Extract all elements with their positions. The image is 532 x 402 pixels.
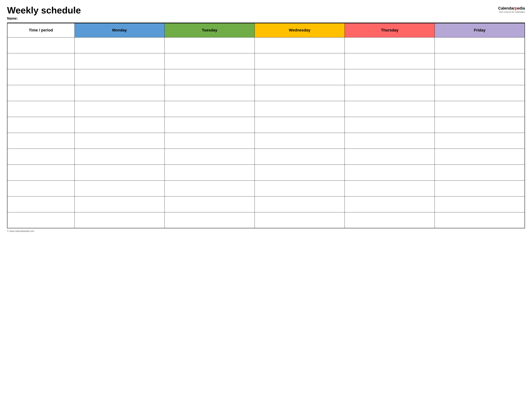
table-row (7, 37, 525, 53)
col-header-wednesday: Wednesday (254, 23, 345, 37)
table-cell[interactable] (254, 69, 345, 85)
table-cell[interactable] (254, 37, 345, 53)
table-row (7, 196, 525, 212)
table-cell[interactable] (7, 212, 75, 228)
table-cell[interactable] (345, 37, 435, 53)
logo-tagline: Your source for calendars (499, 11, 525, 13)
col-header-monday: Monday (75, 23, 165, 37)
table-cell[interactable] (435, 212, 525, 228)
table-cell[interactable] (254, 149, 345, 164)
table-cell[interactable] (7, 196, 75, 212)
table-cell[interactable] (254, 180, 345, 196)
table-cell[interactable] (7, 101, 75, 117)
table-cell[interactable] (254, 212, 345, 228)
table-row (7, 101, 525, 117)
table-cell[interactable] (435, 69, 525, 85)
table-cell[interactable] (165, 37, 254, 53)
table-row (7, 212, 525, 228)
table-cell[interactable] (345, 164, 435, 180)
table-cell[interactable] (435, 180, 525, 196)
table-cell[interactable] (75, 69, 165, 85)
table-cell[interactable] (345, 117, 435, 133)
table-cell[interactable] (7, 149, 75, 164)
table-cell[interactable] (254, 133, 345, 149)
table-cell[interactable] (75, 85, 165, 101)
table-cell[interactable] (75, 212, 165, 228)
table-cell[interactable] (165, 164, 254, 180)
page-title: Weekly schedule (7, 5, 81, 15)
table-cell[interactable] (345, 149, 435, 164)
logo-edia-part: edia (517, 6, 525, 10)
table-cell[interactable] (7, 117, 75, 133)
schedule-table: Time / period Monday Tuesday Wednesday T… (7, 23, 525, 228)
table-cell[interactable] (435, 196, 525, 212)
table-cell[interactable] (7, 133, 75, 149)
table-cell[interactable] (254, 101, 345, 117)
table-cell[interactable] (435, 101, 525, 117)
table-cell[interactable] (7, 53, 75, 69)
table-cell[interactable] (75, 196, 165, 212)
table-cell[interactable] (75, 164, 165, 180)
table-row (7, 69, 525, 85)
table-cell[interactable] (435, 133, 525, 149)
table-cell[interactable] (435, 117, 525, 133)
table-cell[interactable] (75, 37, 165, 53)
table-cell[interactable] (165, 180, 254, 196)
logo-text: Calendarpedia (498, 6, 525, 11)
footer: © www.calendarpedia.com (7, 230, 525, 232)
table-cell[interactable] (165, 149, 254, 164)
table-cell[interactable] (165, 133, 254, 149)
table-cell[interactable] (254, 164, 345, 180)
table-cell[interactable] (165, 69, 254, 85)
table-cell[interactable] (7, 85, 75, 101)
table-cell[interactable] (75, 149, 165, 164)
table-row (7, 117, 525, 133)
table-cell[interactable] (435, 164, 525, 180)
table-cell[interactable] (75, 180, 165, 196)
table-cell[interactable] (435, 37, 525, 53)
table-row (7, 164, 525, 180)
table-cell[interactable] (7, 180, 75, 196)
table-cell[interactable] (75, 133, 165, 149)
table-cell[interactable] (75, 117, 165, 133)
table-cell[interactable] (75, 101, 165, 117)
table-cell[interactable] (254, 53, 345, 69)
table-cell[interactable] (345, 133, 435, 149)
col-header-time: Time / period (7, 23, 75, 37)
table-cell[interactable] (7, 69, 75, 85)
table-cell[interactable] (345, 53, 435, 69)
table-cell[interactable] (165, 85, 254, 101)
table-cell[interactable] (435, 149, 525, 164)
table-cell[interactable] (345, 196, 435, 212)
table-cell[interactable] (165, 101, 254, 117)
table-header-row: Time / period Monday Tuesday Wednesday T… (7, 23, 525, 37)
table-cell[interactable] (165, 53, 254, 69)
table-row (7, 85, 525, 101)
schedule-body (7, 37, 525, 228)
logo-section: Calendarpedia Your source for calendars (498, 6, 525, 13)
table-cell[interactable] (254, 117, 345, 133)
title-section: Weekly schedule Name: (7, 5, 81, 20)
table-cell[interactable] (7, 164, 75, 180)
logo-p-part: p (515, 6, 517, 10)
col-header-thursday: Thursday (345, 23, 435, 37)
page-header: Weekly schedule Name: Calendarpedia Your… (7, 5, 525, 20)
table-cell[interactable] (7, 37, 75, 53)
table-cell[interactable] (435, 85, 525, 101)
table-row (7, 133, 525, 149)
name-label: Name: (7, 16, 81, 20)
table-cell[interactable] (345, 101, 435, 117)
table-cell[interactable] (165, 196, 254, 212)
table-cell[interactable] (345, 69, 435, 85)
table-cell[interactable] (254, 85, 345, 101)
col-header-tuesday: Tuesday (165, 23, 254, 37)
table-cell[interactable] (75, 53, 165, 69)
table-cell[interactable] (345, 180, 435, 196)
table-cell[interactable] (165, 212, 254, 228)
table-cell[interactable] (435, 53, 525, 69)
table-row (7, 149, 525, 164)
table-cell[interactable] (254, 196, 345, 212)
table-cell[interactable] (165, 117, 254, 133)
table-cell[interactable] (345, 212, 435, 228)
table-cell[interactable] (345, 85, 435, 101)
